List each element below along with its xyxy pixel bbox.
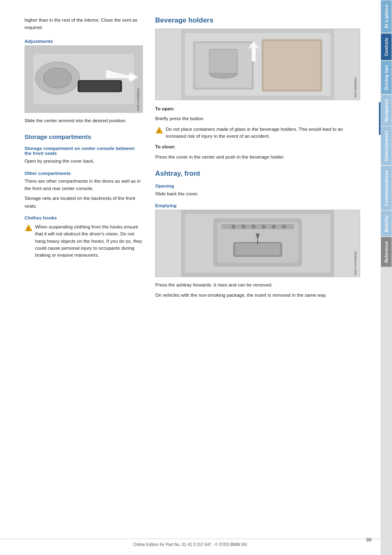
image-code-ashtray: W8C1HG5BMW bbox=[354, 251, 357, 275]
svg-text:!: ! bbox=[28, 227, 29, 231]
sidebar-tab-communications[interactable]: Communications bbox=[381, 166, 392, 210]
ashtray-text1: Press the ashtray forwards: it rises and… bbox=[155, 281, 360, 289]
beverage-close-label: To close: bbox=[155, 143, 360, 150]
storage-center-console-heading: Storage compartment on center console be… bbox=[24, 146, 143, 156]
ashtray-heading: Ashtray, front bbox=[155, 170, 360, 178]
beverage-image: W8C398BMW bbox=[155, 29, 360, 100]
svg-point-31 bbox=[262, 225, 266, 229]
right-column: Beverage holders bbox=[155, 16, 360, 301]
ashtray-opening-heading: Opening bbox=[155, 184, 360, 188]
ashtray-text2: On vehicles with the non-smoking package… bbox=[155, 291, 360, 299]
svg-point-30 bbox=[252, 225, 256, 229]
ashtray-image: W8C1HG5BMW bbox=[155, 210, 360, 277]
sidebar-tab-driving-tips[interactable]: Driving tips bbox=[381, 61, 392, 94]
intro-paragraph: higher than in the rest of the interior.… bbox=[24, 16, 143, 31]
svg-point-28 bbox=[232, 225, 236, 229]
svg-point-3 bbox=[43, 68, 71, 88]
beverage-warning-icon: ! bbox=[155, 126, 163, 134]
image-code-armrest: W8C2490BMW bbox=[136, 88, 140, 111]
main-content: higher than in the rest of the interior.… bbox=[0, 0, 381, 555]
svg-rect-26 bbox=[236, 244, 280, 255]
adjustments-heading: Adjustments bbox=[24, 39, 143, 44]
sidebar: At a glance Controls Driving tips Naviga… bbox=[381, 0, 392, 555]
beverage-holders-heading: Beverage holders bbox=[155, 16, 360, 25]
svg-rect-17 bbox=[264, 41, 320, 90]
warning-triangle-icon: ! bbox=[24, 224, 33, 232]
page-footer: Online Edition for Part No. 01 41 0 157 … bbox=[0, 539, 381, 547]
active-tab-indicator bbox=[379, 102, 381, 135]
sidebar-tab-at-a-glance[interactable]: At a glance bbox=[381, 0, 392, 33]
svg-point-32 bbox=[272, 225, 276, 229]
other-compartments-text2: Storage nets are located on the backrest… bbox=[24, 195, 143, 210]
beverage-open-text: Briefly press the button. bbox=[155, 115, 360, 122]
ashtray-emptying-heading: Emptying bbox=[155, 203, 360, 208]
footer-text: Online Edition for Part No. 01 41 0 157 … bbox=[133, 542, 247, 547]
sidebar-tab-controls[interactable]: Controls bbox=[381, 34, 392, 60]
armrest-caption: Slide the center armrest into the desire… bbox=[24, 117, 143, 124]
svg-rect-5 bbox=[80, 81, 120, 91]
other-compartments-heading: Other compartments bbox=[24, 171, 143, 176]
sidebar-tab-entertainment[interactable]: Entertainment bbox=[381, 127, 392, 165]
beverage-close-text: Press the cover in the center and push i… bbox=[155, 153, 360, 161]
other-compartments-text1: There are other compartments in the door… bbox=[24, 177, 143, 192]
sidebar-tab-mobility[interactable]: Mobility bbox=[381, 211, 392, 236]
svg-text:!: ! bbox=[158, 129, 160, 133]
svg-point-29 bbox=[241, 225, 245, 229]
clothes-hooks-heading: Clothes hooks bbox=[24, 215, 143, 220]
image-code-beverage: W8C398BMW bbox=[354, 77, 357, 98]
beverage-open-label: To open: bbox=[155, 105, 360, 112]
clothes-hooks-warning-text: When suspending clothing from the hooks … bbox=[35, 224, 143, 259]
armrest-image: W8C2490BMW bbox=[24, 45, 143, 113]
storage-compartments-heading: Storage compartments bbox=[24, 133, 143, 140]
beverage-warning: ! Do not place containers made of glass … bbox=[155, 126, 360, 140]
sidebar-tab-reference[interactable]: Reference bbox=[381, 237, 392, 267]
svg-point-33 bbox=[282, 225, 286, 229]
svg-rect-15 bbox=[209, 49, 237, 73]
ashtray-opening-text: Slide back the cover. bbox=[155, 190, 360, 197]
beverage-warning-text: Do not place containers made of glass in… bbox=[166, 126, 360, 140]
sidebar-tab-navigation[interactable]: Navigation bbox=[381, 95, 392, 126]
clothes-hooks-warning: ! When suspending clothing from the hook… bbox=[24, 224, 143, 259]
left-column: higher than in the rest of the interior.… bbox=[24, 16, 143, 301]
storage-center-console-text: Open by pressing the cover back. bbox=[24, 157, 143, 165]
